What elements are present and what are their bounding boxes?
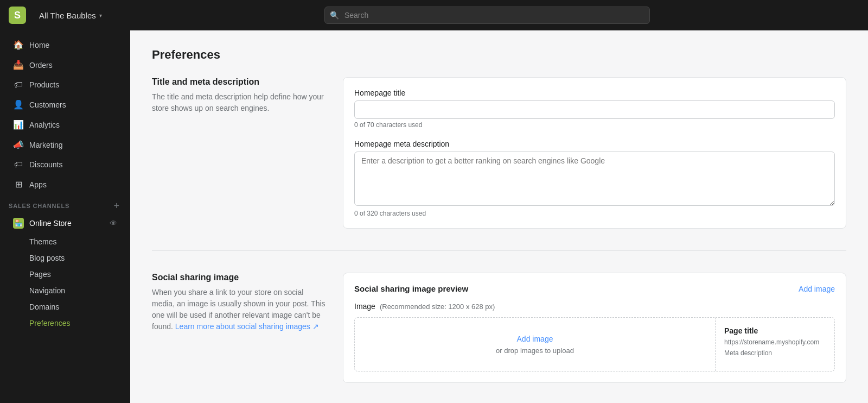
sidebar-item-products-label: Products <box>29 80 59 89</box>
sidebar-sub-item-navigation[interactable]: Navigation <box>4 282 126 299</box>
discounts-icon: 🏷 <box>13 160 24 169</box>
store-selector-button[interactable]: All The Baubles ▾ <box>35 9 106 22</box>
title-meta-section: Title and meta description The title and… <box>152 77 846 251</box>
preview-meta-area: Page title https://storename.myshopify.c… <box>715 318 834 371</box>
search-icon: 🔍 <box>330 11 339 20</box>
sidebar-item-analytics-label: Analytics <box>29 121 60 129</box>
title-meta-card: Homepage title 0 of 70 characters used H… <box>343 77 846 229</box>
image-label: Image <box>354 302 375 311</box>
sidebar-item-customers-label: Customers <box>29 100 66 109</box>
homepage-meta-textarea[interactable] <box>354 152 835 206</box>
sales-channels-section: SALES CHANNELS + <box>0 194 130 213</box>
sales-channels-label: SALES CHANNELS <box>9 203 69 209</box>
sidebar-sub-item-themes[interactable]: Themes <box>4 234 126 250</box>
sidebar: 🏠 Home 📥 Orders 🏷 Products 👤 Customers 📊… <box>0 30 130 403</box>
preview-meta-description: Meta description <box>724 349 826 357</box>
sidebar-item-discounts-label: Discounts <box>29 160 62 169</box>
image-label-row: Image (Recommended size: 1200 x 628 px) <box>354 302 835 311</box>
preferences-arrow-container: Preferences <box>0 315 130 331</box>
add-image-button[interactable]: Add image <box>517 335 553 343</box>
preview-area: Add image or drop images to upload Page … <box>354 317 835 371</box>
title-meta-desc: Title and meta description The title and… <box>152 77 326 229</box>
learn-more-link[interactable]: Learn more about social sharing images ↗ <box>175 322 319 331</box>
customers-icon: 👤 <box>13 99 24 110</box>
sidebar-item-apps-label: Apps <box>29 180 47 189</box>
chevron-down-icon: ▾ <box>99 12 102 18</box>
marketing-icon: 📣 <box>13 140 24 150</box>
sidebar-sub-themes-label: Themes <box>29 237 57 246</box>
homepage-title-input[interactable] <box>354 100 835 119</box>
add-sales-channel-button[interactable]: + <box>111 201 122 211</box>
sidebar-item-customers[interactable]: 👤 Customers <box>4 95 126 115</box>
social-preview-title: Social sharing image preview <box>354 284 468 293</box>
sidebar-item-orders[interactable]: 📥 Orders <box>4 55 126 75</box>
sidebar-item-marketing[interactable]: 📣 Marketing <box>4 135 126 155</box>
homepage-meta-label: Homepage meta description <box>354 140 835 148</box>
homepage-title-hint: 0 of 70 characters used <box>354 121 835 129</box>
sidebar-item-discounts[interactable]: 🏷 Discounts <box>4 155 126 174</box>
sidebar-sub-item-pages[interactable]: Pages <box>4 266 126 282</box>
online-store-icon: 🏪 <box>13 218 24 229</box>
view-store-button[interactable]: 👁 <box>110 219 117 228</box>
sidebar-item-home-label: Home <box>29 41 49 49</box>
social-sharing-section: Social sharing image When you share a li… <box>152 273 846 403</box>
sidebar-item-products[interactable]: 🏷 Products <box>4 75 126 95</box>
social-preview-card: Social sharing image preview Add image I… <box>343 273 846 383</box>
title-meta-description: The title and meta description help defi… <box>152 91 326 114</box>
sidebar-sub-domains-label: Domains <box>29 303 59 311</box>
store-name-label: All The Baubles <box>39 11 96 20</box>
title-meta-heading: Title and meta description <box>152 77 326 87</box>
products-icon: 🏷 <box>13 80 24 90</box>
app-layout: 🏠 Home 📥 Orders 🏷 Products 👤 Customers 📊… <box>0 30 868 403</box>
shopify-logo: S <box>9 7 26 24</box>
search-container: 🔍 <box>324 7 650 24</box>
sidebar-sub-preferences-label: Preferences <box>29 319 70 328</box>
sidebar-item-marketing-label: Marketing <box>29 141 62 149</box>
homepage-meta-hint: 0 of 320 characters used <box>354 210 835 217</box>
sidebar-item-orders-label: Orders <box>29 61 53 70</box>
social-sharing-desc: Social sharing image When you share a li… <box>152 273 326 383</box>
social-sharing-heading: Social sharing image <box>152 273 326 282</box>
online-store-left: 🏪 Online Store <box>13 218 72 229</box>
sidebar-item-apps[interactable]: ⊞ Apps <box>4 174 126 194</box>
add-image-link[interactable]: Add image <box>799 285 835 293</box>
recommended-size-label: (Recommended size: 1200 x 628 px) <box>380 303 495 311</box>
online-store-item[interactable]: 🏪 Online Store 👁 <box>4 213 126 234</box>
sidebar-sub-blog-posts-label: Blog posts <box>29 254 65 262</box>
analytics-icon: 📊 <box>13 119 24 130</box>
sidebar-sub-pages-label: Pages <box>29 270 51 279</box>
apps-icon: ⊞ <box>13 179 24 190</box>
sidebar-item-analytics[interactable]: 📊 Analytics <box>4 115 126 135</box>
sidebar-sub-item-preferences[interactable]: Preferences <box>4 315 126 331</box>
page-title: Preferences <box>152 48 846 62</box>
preview-upload-area: Add image or drop images to upload <box>355 318 715 371</box>
social-sharing-description: When you share a link to your store on s… <box>152 287 326 332</box>
social-preview-header: Social sharing image preview Add image <box>354 284 835 293</box>
external-link-icon: ↗ <box>312 322 319 331</box>
preview-url: https://storename.myshopify.com <box>724 338 826 346</box>
sidebar-sub-item-domains[interactable]: Domains <box>4 299 126 315</box>
online-store-label: Online Store <box>29 219 72 228</box>
sidebar-sub-item-blog-posts[interactable]: Blog posts <box>4 250 126 266</box>
main-content: Preferences Title and meta description T… <box>130 30 868 403</box>
topbar: S All The Baubles ▾ 🔍 <box>0 0 868 30</box>
homepage-title-label: Homepage title <box>354 89 835 97</box>
homepage-meta-field: Homepage meta description 0 of 320 chara… <box>354 140 835 217</box>
orders-icon: 📥 <box>13 60 24 70</box>
home-icon: 🏠 <box>13 40 24 50</box>
drop-text: or drop images to upload <box>496 347 574 355</box>
sidebar-item-home[interactable]: 🏠 Home <box>4 35 126 55</box>
preview-page-title: Page title <box>724 326 826 335</box>
search-input[interactable] <box>324 7 650 24</box>
homepage-title-field: Homepage title 0 of 70 characters used <box>354 89 835 129</box>
sidebar-sub-navigation-label: Navigation <box>29 286 65 295</box>
